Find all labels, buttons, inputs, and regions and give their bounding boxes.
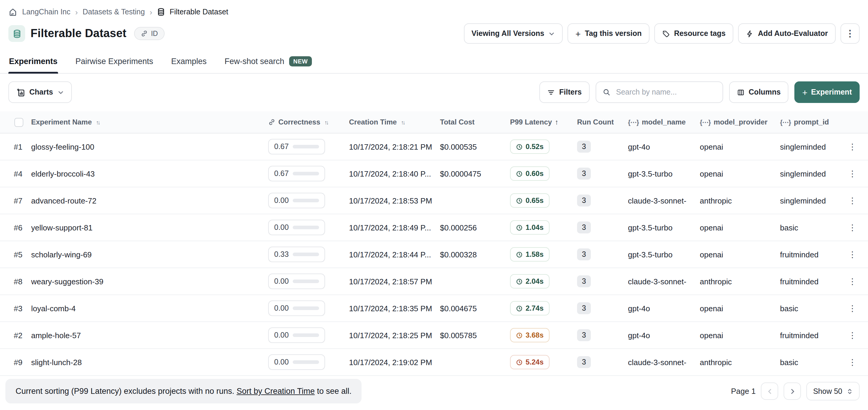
columns-icon	[737, 88, 744, 96]
table-row[interactable]: #4 elderly-broccoli-43 0.67 10/17/2024, …	[0, 160, 868, 187]
latency-chip: 0.60s	[510, 166, 550, 181]
col-total-cost[interactable]: Total Cost	[440, 118, 510, 126]
run-count-chip: 3	[577, 194, 591, 207]
model-name: gpt-4o	[628, 331, 700, 340]
prompt-id: singleminded	[780, 196, 846, 205]
header-actions: Viewing All Versions + Tag this version …	[464, 23, 860, 44]
experiment-name-link[interactable]: elderly-broccoli-43	[31, 169, 268, 178]
copy-id-button[interactable]: ID	[134, 27, 164, 40]
table-row[interactable]: #5 scholarly-wing-69 0.33 10/17/2024, 2:…	[0, 241, 868, 268]
correctness-bar	[293, 199, 319, 202]
total-cost: $0.004675	[440, 304, 510, 313]
col-experiment-name[interactable]: Experiment Name↑↓	[31, 118, 268, 126]
home-icon[interactable]	[8, 7, 18, 17]
clock-icon	[516, 305, 523, 312]
row-menu-button[interactable]: ⋮	[846, 357, 859, 367]
correctness-bar	[293, 226, 319, 229]
model-name: gpt-4o	[628, 304, 700, 313]
resource-tags-button[interactable]: Resource tags	[654, 23, 733, 44]
prompt-id: fruitminded	[780, 277, 846, 286]
tab-examples[interactable]: Examples	[170, 51, 208, 73]
total-cost: $0.000256	[440, 223, 510, 232]
clock-icon	[516, 332, 523, 339]
charts-button[interactable]: Charts	[8, 82, 71, 103]
table-row[interactable]: #3 loyal-comb-4 0.00 10/17/2024, 2:18:35…	[0, 295, 868, 322]
col-run-count[interactable]: Run Count	[577, 118, 628, 126]
prompt-id: fruitminded	[780, 331, 846, 340]
database-icon	[157, 8, 165, 16]
viewing-versions-dropdown[interactable]: Viewing All Versions	[464, 23, 563, 44]
metadata-icon: {⋯}	[780, 118, 791, 126]
filters-button[interactable]: Filters	[539, 82, 589, 103]
tab-experiments[interactable]: Experiments	[8, 51, 58, 73]
col-model-provider[interactable]: {⋯}model_provider	[700, 118, 780, 126]
model-provider: anthropic	[700, 358, 780, 367]
row-menu-button[interactable]: ⋮	[846, 277, 859, 286]
row-menu-button[interactable]: ⋮	[846, 142, 859, 151]
col-model-name[interactable]: {⋯}model_name	[628, 118, 700, 126]
row-menu-button[interactable]: ⋮	[846, 250, 859, 259]
col-correctness[interactable]: Correctness↑↓	[268, 118, 349, 126]
creation-time: 10/17/2024, 2:18:21 PM	[349, 142, 440, 151]
add-auto-evaluator-button[interactable]: Add Auto-Evaluator	[738, 23, 836, 44]
correctness-bar	[293, 280, 319, 283]
sort-by-creation-time-link[interactable]: Sort by Creation Time	[237, 387, 315, 396]
table-row[interactable]: #1 glossy-feeling-100 0.67 10/17/2024, 2…	[0, 133, 868, 160]
columns-button[interactable]: Columns	[729, 82, 788, 103]
prompt-id: basic	[780, 304, 846, 313]
plus-icon: +	[575, 28, 581, 39]
table-row[interactable]: #9 slight-lunch-28 0.00 10/17/2024, 2:19…	[0, 349, 868, 376]
clock-icon	[516, 224, 523, 231]
model-provider: openai	[700, 250, 780, 259]
search-input[interactable]	[615, 87, 716, 97]
experiment-name-link[interactable]: yellow-support-81	[31, 223, 268, 232]
kebab-icon: ⋮	[845, 28, 855, 39]
col-p99-latency[interactable]: P99 Latency↑	[510, 118, 577, 126]
tab-pairwise-experiments[interactable]: Pairwise Experiments	[75, 51, 154, 73]
row-menu-button[interactable]: ⋮	[846, 169, 859, 178]
table-body: #1 glossy-feeling-100 0.67 10/17/2024, 2…	[0, 133, 868, 376]
model-provider: openai	[700, 169, 780, 178]
table-row[interactable]: #8 weary-suggestion-39 0.00 10/17/2024, …	[0, 268, 868, 295]
col-creation-time[interactable]: Creation Time↑↓	[349, 118, 440, 126]
model-provider: anthropic	[700, 196, 780, 205]
correctness-score-chip: 0.67	[268, 166, 326, 181]
table-row[interactable]: #7 advanced-route-72 0.00 10/17/2024, 2:…	[0, 187, 868, 214]
new-experiment-button[interactable]: + Experiment	[794, 82, 860, 103]
experiment-name-link[interactable]: scholarly-wing-69	[31, 250, 268, 259]
row-menu-button[interactable]: ⋮	[846, 330, 859, 340]
experiment-name-link[interactable]: ample-hole-57	[31, 331, 268, 340]
creation-time: 10/17/2024, 2:18:44 P...	[349, 250, 440, 259]
row-menu-button[interactable]: ⋮	[846, 223, 859, 232]
page-size-select[interactable]: Show 50	[807, 382, 860, 401]
table-row[interactable]: #6 yellow-support-81 0.00 10/17/2024, 2:…	[0, 214, 868, 241]
experiment-name-link[interactable]: weary-suggestion-39	[31, 277, 268, 286]
experiment-name-link[interactable]: slight-lunch-28	[31, 358, 268, 367]
table-row[interactable]: #2 ample-hole-57 0.00 10/17/2024, 2:18:2…	[0, 322, 868, 349]
tag-version-button[interactable]: + Tag this version	[567, 23, 649, 44]
creation-time: 10/17/2024, 2:19:02 PM	[349, 358, 440, 367]
breadcrumb-org[interactable]: LangChain Inc	[22, 8, 70, 16]
select-all-checkbox[interactable]	[14, 118, 23, 127]
chevron-right-icon	[789, 387, 796, 395]
run-count-chip: 3	[577, 356, 591, 368]
new-badge: NEW	[289, 56, 312, 66]
row-menu-button[interactable]: ⋮	[846, 196, 859, 205]
previous-page-button[interactable]	[761, 382, 778, 400]
tab-few-shot-search[interactable]: Few-shot search NEW	[224, 51, 312, 73]
breadcrumb-section[interactable]: Datasets & Testing	[83, 8, 145, 16]
more-options-button[interactable]: ⋮	[840, 23, 860, 44]
row-menu-button[interactable]: ⋮	[846, 304, 859, 313]
experiment-name-link[interactable]: loyal-comb-4	[31, 304, 268, 313]
creation-time: 10/17/2024, 2:18:25 PM	[349, 331, 440, 340]
experiment-name-link[interactable]: glossy-feeling-100	[31, 142, 268, 151]
chart-icon	[16, 88, 25, 97]
col-prompt-id[interactable]: {⋯}prompt_id	[780, 118, 846, 126]
experiment-name-link[interactable]: advanced-route-72	[31, 196, 268, 205]
row-index: #3	[0, 304, 31, 313]
next-page-button[interactable]	[784, 382, 801, 400]
model-provider: openai	[700, 142, 780, 151]
app-window: LangChain Inc › Datasets & Testing › Fil…	[0, 0, 868, 410]
run-count-chip: 3	[577, 167, 591, 180]
correctness-score-chip: 0.67	[268, 139, 326, 154]
